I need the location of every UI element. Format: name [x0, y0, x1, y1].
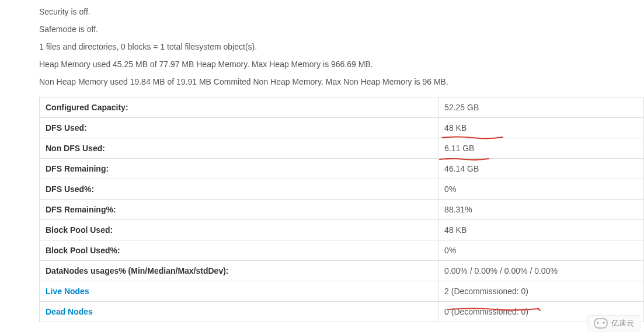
- label-dfs-used: DFS Used:: [40, 118, 438, 138]
- value-dfs-remaining-pct: 88.31%: [438, 200, 644, 220]
- value-block-pool-used: 48 KB: [438, 220, 644, 240]
- value-non-dfs-used: 6.11 GB: [438, 138, 644, 159]
- value-live-nodes: 2 (Decommissioned: 0): [438, 281, 644, 302]
- live-nodes-link[interactable]: Live Nodes: [46, 287, 89, 296]
- status-nonheap: Non Heap Memory used 19.84 MB of 19.91 M…: [39, 76, 644, 88]
- status-files: 1 files and directories, 0 blocks = 1 to…: [39, 41, 644, 53]
- label-block-pool-used-pct: Block Pool Used%:: [40, 240, 438, 261]
- value-dfs-remaining: 46.14 GB: [438, 159, 644, 179]
- summary-table: Configured Capacity: 52.25 GB DFS Used: …: [39, 97, 644, 322]
- table-row: DFS Remaining: 46.14 GB: [40, 159, 644, 179]
- value-dfs-used-pct: 0%: [438, 179, 644, 200]
- table-row: DFS Remaining%: 88.31%: [40, 200, 644, 220]
- label-dfs-remaining-pct: DFS Remaining%:: [40, 200, 438, 220]
- label-dfs-used-pct: DFS Used%:: [40, 179, 438, 200]
- label-datanodes-usages: DataNodes usages% (Min/Median/Max/stdDev…: [40, 261, 438, 281]
- dead-nodes-link[interactable]: Dead Nodes: [46, 307, 93, 316]
- table-row: Configured Capacity: 52.25 GB: [40, 97, 644, 118]
- label-dfs-remaining: DFS Remaining:: [40, 159, 438, 179]
- status-safemode: Safemode is off.: [39, 23, 644, 35]
- table-row: Block Pool Used: 48 KB: [40, 220, 644, 240]
- table-row: DFS Used: 48 KB: [40, 118, 644, 138]
- value-configured-capacity: 52.25 GB: [438, 97, 644, 118]
- status-heap: Heap Memory used 45.25 MB of 77.97 MB He…: [39, 58, 644, 70]
- label-block-pool-used: Block Pool Used:: [40, 220, 438, 240]
- watermark-logo-icon: [594, 318, 608, 322]
- value-dfs-used: 48 KB: [438, 118, 644, 138]
- table-row: DataNodes usages% (Min/Median/Max/stdDev…: [40, 261, 644, 281]
- table-row: Non DFS Used: 6.11 GB: [40, 138, 644, 159]
- watermark: 亿速云: [587, 315, 640, 322]
- label-live-nodes: Live Nodes: [40, 281, 438, 302]
- label-configured-capacity: Configured Capacity:: [40, 97, 438, 118]
- label-dead-nodes: Dead Nodes: [40, 302, 438, 322]
- table-row: Block Pool Used%: 0%: [40, 240, 644, 261]
- value-datanodes-usages: 0.00% / 0.00% / 0.00% / 0.00%: [438, 261, 644, 281]
- status-security: Security is off.: [39, 6, 644, 18]
- label-non-dfs-used: Non DFS Used:: [40, 138, 438, 159]
- value-block-pool-used-pct: 0%: [438, 240, 644, 261]
- table-row: Live Nodes 2 (Decommissioned: 0): [40, 281, 644, 302]
- watermark-text: 亿速云: [611, 318, 634, 322]
- table-row: DFS Used%: 0%: [40, 179, 644, 200]
- table-row: Dead Nodes 0 (Decommissioned: 0): [40, 302, 644, 322]
